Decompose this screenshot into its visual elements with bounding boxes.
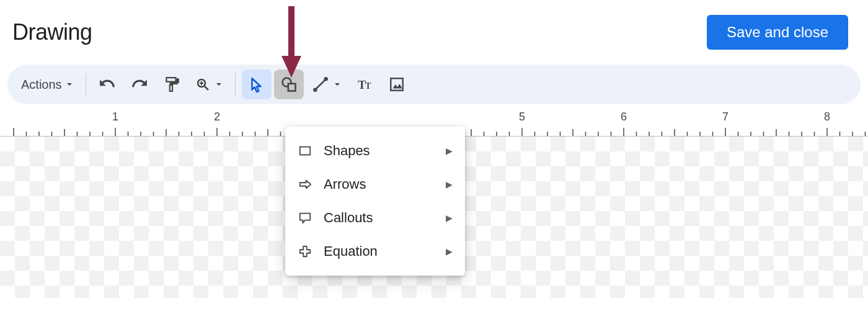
arrow-right-icon [298,178,312,191]
paint-roller-icon [164,76,180,92]
chevron-right-icon: ▶ [446,246,453,256]
redo-button[interactable] [125,70,154,99]
svg-rect-13 [391,78,403,91]
menu-item-label: Equation [324,243,435,259]
undo-icon [99,76,115,92]
actions-menu-button[interactable]: Actions [15,70,79,99]
plus-icon [298,245,312,258]
caret-down-icon [334,81,341,88]
svg-text:2: 2 [214,110,220,123]
svg-text:6: 6 [621,110,627,123]
redo-icon [131,76,148,92]
chevron-right-icon: ▶ [446,179,453,189]
text-box-button[interactable]: TT [350,70,379,99]
svg-point-9 [313,88,317,92]
shapes-submenu-item[interactable]: Shapes ▶ [285,134,465,168]
line-tool-button[interactable] [306,70,347,99]
svg-marker-14 [392,84,402,89]
callout-icon [298,211,312,225]
text-box-icon: TT [356,76,373,92]
header: Drawing Save and close [0,0,868,65]
menu-item-label: Arrows [324,176,435,192]
svg-text:T: T [365,81,371,91]
toolbar-separator [86,73,86,96]
svg-line-3 [205,86,208,90]
arrows-submenu-item[interactable]: Arrows ▶ [285,168,465,201]
image-icon [389,76,405,92]
svg-rect-7 [288,84,295,91]
rectangle-icon [298,144,312,158]
svg-text:8: 8 [824,110,830,123]
equation-submenu-item[interactable]: Equation ▶ [285,235,465,268]
toolbar: Actions TT [7,65,861,104]
svg-rect-90 [300,147,311,155]
caret-down-icon [215,81,223,88]
svg-text:5: 5 [519,110,525,123]
page-title: Drawing [12,19,92,45]
select-tool-button[interactable] [242,70,272,99]
svg-text:1: 1 [112,110,118,123]
toolbar-separator [235,73,236,96]
undo-button[interactable] [92,70,122,99]
chevron-right-icon: ▶ [446,146,453,156]
caret-down-icon [66,81,73,88]
zoom-icon [195,77,210,92]
shape-dropdown-menu: Shapes ▶ Arrows ▶ Callouts ▶ Equation ▶ [285,127,465,276]
actions-label: Actions [21,78,62,92]
callouts-submenu-item[interactable]: Callouts ▶ [285,201,465,235]
shape-tool-button[interactable] [274,70,304,99]
menu-item-label: Shapes [324,143,435,159]
toolbar-container: Actions TT [0,65,868,104]
menu-item-label: Callouts [324,210,435,226]
save-and-close-button[interactable]: Save and close [707,15,848,50]
line-icon [312,76,329,92]
insert-image-button[interactable] [382,70,412,99]
zoom-button[interactable] [189,70,229,99]
cursor-icon [249,76,265,92]
chevron-right-icon: ▶ [446,213,453,223]
svg-text:7: 7 [722,110,728,123]
paint-format-button[interactable] [157,70,187,99]
shape-icon [280,76,298,93]
svg-line-8 [315,79,326,89]
svg-point-10 [324,77,328,81]
